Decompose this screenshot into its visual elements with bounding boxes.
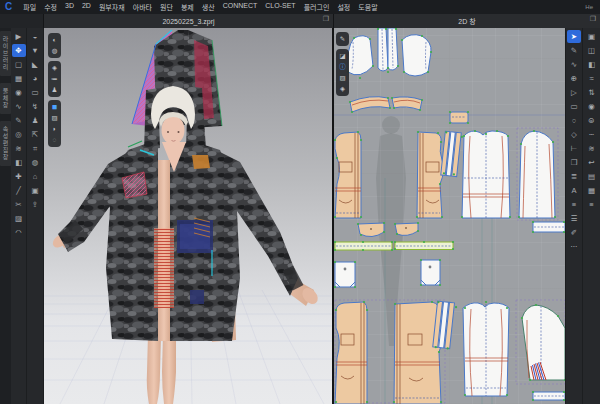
pattern-point[interactable] — [518, 216, 520, 218]
pattern-point[interactable] — [507, 135, 509, 137]
pattern-point[interactable] — [372, 65, 374, 67]
rail-tab-property-editor[interactable]: 속성편집창 — [0, 121, 11, 166]
tool-topstitch[interactable]: ┄ — [585, 128, 599, 141]
viewport-2d[interactable]: ✎ ◪ⓘ▨◈ — [334, 28, 565, 404]
pattern-point[interactable] — [360, 139, 362, 141]
pattern-strip-top-right[interactable] — [532, 221, 565, 233]
pattern-point[interactable] — [532, 399, 534, 401]
pattern-point[interactable] — [455, 306, 457, 308]
pattern-back-1[interactable] — [461, 130, 511, 218]
pattern-point[interactable] — [441, 216, 443, 218]
menu-help[interactable]: 도움말 — [354, 2, 381, 12]
pattern-point[interactable] — [383, 231, 385, 233]
pattern-sleeve-2[interactable] — [521, 304, 565, 381]
tool-export[interactable]: ⇪ — [28, 198, 42, 211]
tool-zipper[interactable]: ⇅ — [585, 86, 599, 99]
pattern-point[interactable] — [421, 35, 423, 37]
tool-tack[interactable]: ✚ — [12, 170, 26, 183]
tool-detail-sewing[interactable]: ◎ — [12, 128, 26, 141]
pattern-point[interactable] — [354, 261, 356, 263]
pattern-point[interactable] — [349, 101, 351, 103]
pattern-point[interactable] — [461, 216, 463, 218]
avatar[interactable] — [50, 30, 321, 404]
menu-fabric[interactable]: 원단 — [156, 2, 177, 12]
pattern-point[interactable] — [532, 391, 534, 393]
tool-text[interactable]: A — [567, 184, 581, 197]
pattern-point[interactable] — [335, 401, 337, 403]
pattern-point[interactable] — [554, 216, 556, 218]
tool-edit-curve[interactable]: ∿ — [567, 58, 581, 71]
pattern-point[interactable] — [467, 111, 469, 113]
tool-notch[interactable]: ⊢ — [567, 142, 581, 155]
pattern-sleeve-1[interactable] — [518, 130, 556, 218]
show-avatar-skin[interactable]: ◗ — [49, 124, 60, 134]
tool-symmetry[interactable]: ◧ — [585, 58, 599, 71]
tool-simulate[interactable]: ▶ — [12, 30, 26, 43]
pattern-point[interactable] — [334, 261, 336, 263]
tool-size[interactable]: ⇱ — [28, 128, 42, 141]
pattern-collar-stand[interactable] — [449, 111, 469, 124]
pattern-point[interactable] — [417, 222, 419, 224]
tool-trace[interactable]: ❐ — [567, 156, 581, 169]
tool-avatar-measure[interactable]: ⌗ — [28, 142, 42, 155]
pattern-point[interactable] — [437, 132, 439, 134]
pattern-point[interactable] — [394, 241, 396, 243]
tool-buttonhole[interactable]: ⊜ — [585, 114, 599, 127]
pattern-point[interactable] — [467, 122, 469, 124]
tool-steam[interactable]: ≋ — [12, 142, 26, 155]
pattern-point[interactable] — [393, 107, 395, 109]
viewport-3d[interactable]: ◐◍ ◈≔♟ ◼▨◗◌ — [44, 28, 332, 404]
pattern-sleeve-cap-left[interactable] — [347, 36, 374, 79]
pattern-point[interactable] — [387, 97, 389, 99]
pattern-point[interactable] — [535, 304, 537, 306]
tool-grading[interactable]: ≡ — [567, 198, 581, 211]
pattern-cuff-strips-1[interactable] — [441, 131, 464, 177]
tool-grid[interactable]: ▦ — [585, 184, 599, 197]
menu-2d[interactable]: 2D — [78, 2, 95, 12]
pattern-point[interactable] — [393, 401, 395, 403]
pattern-front-right-1[interactable] — [416, 131, 444, 218]
show-pattern-2d[interactable]: ◪ — [337, 51, 348, 61]
tool-hair[interactable]: ◕ — [28, 72, 42, 85]
pattern-collar-right[interactable] — [391, 97, 423, 111]
pattern-front-left-1[interactable] — [334, 131, 362, 218]
pattern-point[interactable] — [377, 28, 379, 30]
pattern-point[interactable] — [395, 28, 397, 30]
pattern-point[interactable] — [506, 307, 508, 309]
tool-button[interactable]: ◉ — [585, 100, 599, 113]
pattern-point[interactable] — [357, 223, 359, 225]
pattern-point[interactable] — [420, 284, 422, 286]
pattern-pocket-flap-right[interactable] — [394, 222, 419, 236]
undock-2d-icon[interactable]: ❐ — [590, 15, 596, 23]
pattern-point[interactable] — [419, 109, 421, 111]
pattern-front-left-2[interactable] — [335, 301, 368, 404]
tool-select-mesh[interactable]: ▦ — [12, 72, 26, 85]
pattern-point[interactable] — [533, 130, 535, 132]
pattern-point[interactable] — [431, 301, 433, 303]
tool-circle[interactable]: ○ — [567, 114, 581, 127]
pattern-point[interactable] — [403, 71, 405, 73]
tool-pattern-3d-sync[interactable]: ▣ — [585, 30, 599, 43]
menu-settings[interactable]: 설정 — [333, 2, 354, 12]
pattern-point[interactable] — [420, 259, 422, 261]
pattern-point[interactable] — [397, 65, 399, 67]
pattern-point[interactable] — [357, 131, 359, 133]
tool-add-point[interactable]: ⊕ — [567, 72, 581, 85]
avatar-right-leg[interactable] — [162, 334, 176, 404]
pattern-point[interactable] — [552, 141, 554, 143]
pattern-point[interactable] — [336, 157, 338, 159]
pattern-point[interactable] — [416, 216, 418, 218]
pattern-point[interactable] — [532, 231, 534, 233]
pattern-point[interactable] — [440, 141, 442, 143]
menu-connect[interactable]: CONNECT — [219, 2, 262, 12]
pattern-point[interactable] — [417, 131, 419, 133]
pattern-point[interactable] — [423, 241, 425, 243]
pattern-point[interactable] — [485, 133, 487, 135]
pattern-point[interactable] — [417, 230, 419, 232]
pattern-placket[interactable] — [377, 28, 399, 73]
pattern-point[interactable] — [421, 99, 423, 101]
pattern-point[interactable] — [452, 241, 454, 243]
pattern-point[interactable] — [563, 399, 565, 401]
tool-dart[interactable]: ◇ — [567, 128, 581, 141]
pattern-point[interactable] — [401, 39, 403, 41]
